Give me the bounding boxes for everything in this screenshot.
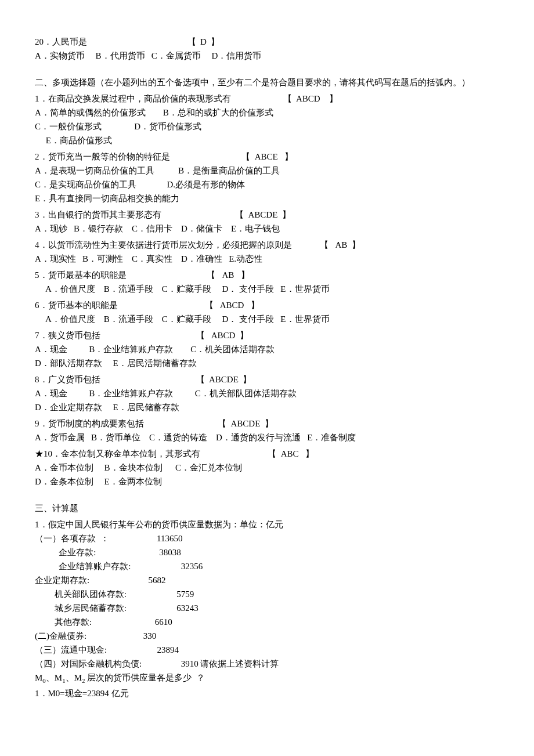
mq8-stem-row: 8．广义货币包括 【 ABCDE 】 [35, 372, 499, 386]
mq9-stem-row: 9．货币制度的构成要素包括 【 ABCDE 】 [35, 417, 499, 431]
mq7-answer: 【 ABCD 】 [196, 331, 248, 340]
multi-question-7: 7．狭义货币包括 【 ABCD 】 A．现金 B．企业结算账户存款 C．机关团体… [35, 328, 499, 370]
calc-m-prefix: M [35, 673, 42, 682]
mq8-opts-abc: A．现金 B．企业结算账户存款 C．机关部队团体活期存款 [35, 386, 499, 400]
mq5-stem: 5．货币最基本的职能是 [35, 270, 127, 280]
mq1-opt-e: E．商品价值形式 [35, 133, 499, 147]
multi-question-8: 8．广义货币包括 【 ABCDE 】 A．现金 B．企业结算账户存款 C．机关部… [35, 372, 499, 414]
mq1-stem: 1．在商品交换发展过程中，商品价值的表现形式有 [35, 94, 231, 103]
q20-options: A．实物货币 B．代用货币 C．金属货币 D．信用货币 [35, 49, 499, 63]
calc-m-suffix: 层次的货币供应量各是多少 ？ [85, 673, 205, 682]
multi-question-5: 5．货币最基本的职能是 【 AB 】 A．价值尺度 B．流通手段 C．贮藏手段 … [35, 268, 499, 296]
multi-question-4: 4．以货币流动性为主要依据进行货币层次划分，必须把握的原则是 【 AB 】 A．… [35, 238, 499, 266]
mq10-stem: ★10．金本位制又称金单本位制，其形式有 [35, 449, 200, 458]
section-3-title: 三、计算题 [35, 501, 499, 515]
calc-item-4: （四）对国际金融机构负债: 3910 请依据上述资料计算 [35, 657, 499, 671]
mq6-answer: 【 ABCD 】 [205, 301, 259, 310]
multi-question-1: 1．在商品交换发展过程中，商品价值的表现形式有 【 ABCD 】 A．简单的或偶… [35, 92, 499, 147]
q20-stem-row: 20．人民币是 【 D 】 [35, 35, 499, 49]
mq4-opts: A．现实性 B．可测性 C．真实性 D．准确性 E.动态性 [35, 252, 499, 266]
mq3-stem-row: 3．出自银行的货币其主要形态有 【 ABCDE 】 [35, 208, 499, 222]
calculation-question-1: 1．假定中国人民银行某年公布的货币供应量数据为：单位：亿元 （一）各项存款 ： … [35, 518, 499, 700]
mq3-answer: 【 ABCDE 】 [235, 210, 291, 219]
mq1-stem-row: 1．在商品交换发展过程中，商品价值的表现形式有 【 ABCD 】 [35, 92, 499, 106]
calc-item-1e: 城乡居民储蓄存款: 63243 [35, 601, 499, 615]
mq7-stem-row: 7．狭义货币包括 【 ABCD 】 [35, 328, 499, 342]
mq7-stem: 7．狭义货币包括 [35, 331, 100, 340]
mq6-stem: 6．货币基本的职能是 [35, 301, 118, 310]
mq2-answer: 【 ABCE 】 [241, 152, 293, 161]
mq10-answer: 【 ABC 】 [268, 449, 314, 458]
mq1-opt-ab: A．简单的或偶然的价值形式 B．总和的或扩大的价值形式 [35, 106, 499, 120]
multi-question-2: 2．货币充当一般等的价物的特征是 【 ABCE 】 A．是表现一切商品价值的工具… [35, 150, 499, 205]
mq9-stem: 9．货币制度的构成要素包括 [35, 419, 144, 428]
multi-question-3: 3．出自银行的货币其主要形态有 【 ABCDE 】 A．现钞 B．银行存款 C．… [35, 208, 499, 236]
calc-question-line: M0、M1、M2 层次的货币供应量各是多少 ？ [35, 671, 499, 686]
mq1-opt-cd: C．一般价值形式 D．货币价值形式 [35, 120, 499, 133]
mq4-answer: 【 AB 】 [320, 240, 360, 249]
calc-item-1c: 企业定期存款: 5682 [35, 573, 499, 587]
section-2-title: 二、多项选择题（在小题列出的五个备选项中，至少有二个是符合题目要求的，请将其代码… [35, 75, 499, 89]
calc-item-1f: 其他存款: 6610 [35, 615, 499, 629]
calc-item-3: （三）流通中现金: 23894 [35, 643, 499, 657]
mq8-stem: 8．广义货币包括 [35, 375, 100, 384]
calc-answer-1: 1．M0=现金=23894 亿元 [35, 686, 499, 700]
calc-item-1a: 企业存款: 38038 [35, 545, 499, 559]
calc-item-1b: 企业结算账户存款: 32356 [35, 559, 499, 573]
question-20: 20．人民币是 【 D 】 A．实物货币 B．代用货币 C．金属货币 D．信用货… [35, 35, 499, 63]
mq8-opts-de: D．企业定期存款 E．居民储蓄存款 [35, 400, 499, 414]
mq10-opts-abc: A．金币本位制 B．金块本位制 C．金汇兑本位制 [35, 461, 499, 475]
calc-m-mid2: 、M [66, 673, 82, 682]
spacer [35, 65, 499, 75]
multi-question-9: 9．货币制度的构成要素包括 【 ABCDE 】 A．货币金属 B．货币单位 C．… [35, 417, 499, 444]
mq7-opts-abc: A．现金 B．企业结算账户存款 C．机关团体活期存款 [35, 342, 499, 356]
mq3-stem: 3．出自银行的货币其主要形态有 [35, 210, 161, 219]
mq2-opt-ab: A．是表现一切商品价值的工具 B．是衡量商品价值的工具 [35, 164, 499, 178]
calc-item-1: （一）各项存款 ： 113650 [35, 531, 499, 545]
calc-stem: 1．假定中国人民银行某年公布的货币供应量数据为：单位：亿元 [35, 518, 499, 531]
spacer [35, 491, 499, 501]
mq2-opt-e: E．具有直接同一切商品相交换的能力 [35, 191, 499, 205]
mq10-stem-row: ★10．金本位制又称金单本位制，其形式有 【 ABC 】 [35, 447, 499, 461]
mq8-answer: 【 ABCDE 】 [196, 375, 252, 384]
mq6-opts: A．价值尺度 B．流通手段 C．贮藏手段 D． 支付手段 E．世界货币 [35, 312, 499, 326]
calc-item-2: (二)金融债券: 330 [35, 629, 499, 643]
mq3-opts: A．现钞 B．银行存款 C．信用卡 D．储值卡 E．电子钱包 [35, 222, 499, 236]
calc-item-1d: 机关部队团体存款: 5759 [35, 587, 499, 601]
mq5-answer: 【 AB 】 [207, 270, 249, 280]
multi-question-10: ★10．金本位制又称金单本位制，其形式有 【 ABC 】 A．金币本位制 B．金… [35, 447, 499, 489]
mq4-stem-row: 4．以货币流动性为主要依据进行货币层次划分，必须把握的原则是 【 AB 】 [35, 238, 499, 252]
mq2-stem-row: 2．货币充当一般等的价物的特征是 【 ABCE 】 [35, 150, 499, 164]
mq5-opts: A．价值尺度 B．流通手段 C．贮藏手段 D． 支付手段 E．世界货币 [35, 282, 499, 296]
mq6-stem-row: 6．货币基本的职能是 【 ABCD 】 [35, 298, 499, 312]
mq7-opts-de: D．部队活期存款 E．居民活期储蓄存款 [35, 356, 499, 370]
calc-m-mid1: 、M [46, 673, 62, 682]
q20-stem: 20．人民币是 [35, 37, 87, 46]
mq9-opts: A．货币金属 B．货币单位 C．通货的铸造 D．通货的发行与流通 E．准备制度 [35, 431, 499, 444]
mq9-answer: 【 ABCDE 】 [218, 419, 273, 428]
mq2-opt-cd: C．是实现商品价值的工具 D.必须是有形的物体 [35, 178, 499, 191]
mq5-stem-row: 5．货币最基本的职能是 【 AB 】 [35, 268, 499, 282]
q20-answer: 【 D 】 [187, 37, 220, 46]
mq4-stem: 4．以货币流动性为主要依据进行货币层次划分，必须把握的原则是 [35, 240, 292, 249]
mq10-opts-de: D．金条本位制 E．金两本位制 [35, 475, 499, 489]
mq2-stem: 2．货币充当一般等的价物的特征是 [35, 152, 170, 161]
mq1-answer: 【 ABCD 】 [283, 94, 338, 103]
multi-question-6: 6．货币基本的职能是 【 ABCD 】 A．价值尺度 B．流通手段 C．贮藏手段… [35, 298, 499, 326]
